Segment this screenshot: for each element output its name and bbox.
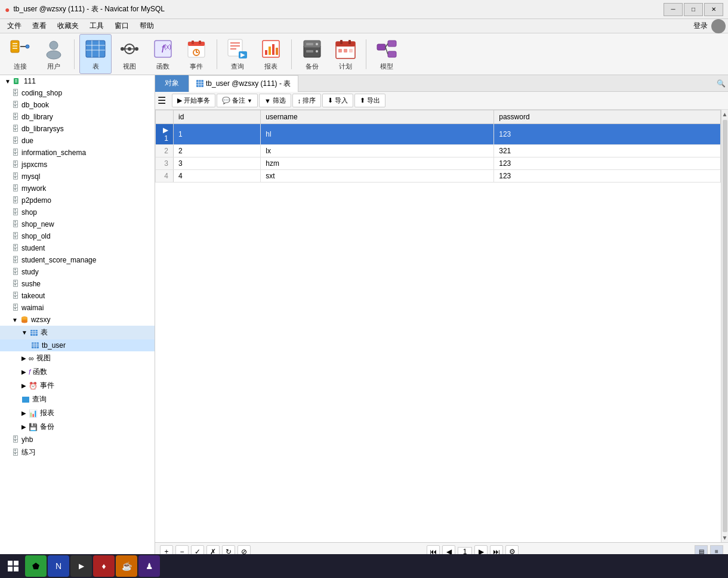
data-table-container[interactable]: id username password ▶ 1 1 xyxy=(155,110,721,542)
cell-password[interactable]: 123 xyxy=(494,124,721,145)
taskbar-app6[interactable]: ♟ xyxy=(138,555,160,577)
hamburger-menu-icon[interactable]: ☰ xyxy=(158,95,166,106)
comment-button[interactable]: 💬 备注 ▼ xyxy=(217,94,258,107)
sort-button[interactable]: ↕ 排序 xyxy=(292,94,322,107)
sidebar-item-waimai[interactable]: 🗄 waimai xyxy=(0,302,155,314)
table-row[interactable]: 2 2 lx 321 xyxy=(156,145,721,157)
export-button[interactable]: ⬆ 导出 xyxy=(354,94,385,107)
toolbar-query[interactable]: ▶ 查询 xyxy=(222,35,253,73)
col-header-password[interactable]: password xyxy=(494,110,721,124)
toolbar-view[interactable]: 视图 xyxy=(114,35,145,73)
vertical-scrollbar[interactable]: ▲ ▼ xyxy=(721,110,728,542)
sidebar-item-coding_shop[interactable]: 🗄 coding_shop xyxy=(0,87,155,99)
sidebar-item-shop[interactable]: 🗄 shop xyxy=(0,206,155,218)
sidebar-item-p2pdemo[interactable]: 🗄 p2pdemo xyxy=(0,194,155,206)
tab-table[interactable]: tb_user @wzsxy (111) - 表 xyxy=(189,75,298,92)
sidebar-item-takeout[interactable]: 🗄 takeout xyxy=(0,290,155,302)
sidebar-item-query-folder[interactable]: 查询 xyxy=(0,392,155,406)
cell-password[interactable]: 123 xyxy=(494,170,721,183)
taskbar-app2[interactable]: N xyxy=(48,555,69,577)
col-header-id[interactable]: id xyxy=(174,110,261,124)
cell-username[interactable]: sxt xyxy=(261,170,494,183)
sidebar-item-table-folder[interactable]: ▼ 表 xyxy=(0,326,155,339)
toolbar-event[interactable]: 事件 xyxy=(181,35,212,73)
sidebar-item-student_score_manage[interactable]: 🗄 student_score_manage xyxy=(0,254,155,266)
minimize-button[interactable]: ─ xyxy=(664,3,683,16)
sidebar-item-view-folder[interactable]: ▶ ∞ 视图 xyxy=(0,351,155,365)
sidebar-item-study[interactable]: 🗄 study xyxy=(0,266,155,278)
sidebar-item-db_book[interactable]: 🗄 db_book xyxy=(0,99,155,111)
sidebar-root-111[interactable]: ▼ 111 xyxy=(0,75,155,87)
cell-password[interactable]: 321 xyxy=(494,145,721,157)
taskbar-app1[interactable]: ⬟ xyxy=(25,555,47,577)
toolbar-func[interactable]: f (x) 函数 xyxy=(147,35,178,73)
sidebar-item-jspxcms[interactable]: 🗄 jspxcms xyxy=(0,159,155,171)
close-button[interactable]: ✕ xyxy=(704,3,723,16)
sidebar-item-sushe[interactable]: 🗄 sushe xyxy=(0,278,155,290)
sidebar-item-due[interactable]: 🗄 due xyxy=(0,135,155,147)
toolbar-schedule[interactable]: 计划 xyxy=(330,35,361,73)
taskbar-app4[interactable]: ♦ xyxy=(93,555,115,577)
window-controls[interactable]: ─ □ ✕ xyxy=(664,3,723,16)
sidebar-label: shop_new xyxy=(21,220,54,228)
toolbar-backup[interactable]: 备份 xyxy=(297,35,328,73)
maximize-button[interactable]: □ xyxy=(684,3,703,16)
sidebar-item-db_librarysys[interactable]: 🗄 db_librarysys xyxy=(0,123,155,135)
cell-id[interactable]: 3 xyxy=(174,157,261,170)
toolbar-model[interactable]: 模型 xyxy=(371,35,402,73)
login-label[interactable]: 登录 xyxy=(693,21,708,31)
sidebar-item-db_library[interactable]: 🗄 db_library xyxy=(0,111,155,123)
sidebar-item-student[interactable]: 🗄 student xyxy=(0,242,155,254)
search-icon[interactable]: 🔍 xyxy=(717,79,726,88)
menu-favorites[interactable]: 收藏夹 xyxy=(53,20,84,32)
sidebar-item-report-folder[interactable]: ▶ 📊 报表 xyxy=(0,406,155,420)
table-row[interactable]: ▶ 1 1 hl 123 xyxy=(156,124,721,145)
tab-objects[interactable]: 对象 xyxy=(155,75,189,92)
cell-password[interactable]: 123 xyxy=(494,157,721,170)
toolbar-report[interactable]: 报表 xyxy=(255,35,286,73)
table-row[interactable]: 4 4 sxt 123 xyxy=(156,170,721,183)
menu-help[interactable]: 帮助 xyxy=(135,20,159,32)
sidebar-item-func-folder[interactable]: ▶ f 函数 xyxy=(0,365,155,379)
menu-file[interactable]: 文件 xyxy=(2,20,26,32)
sidebar-item-mywork[interactable]: 🗄 mywork xyxy=(0,183,155,194)
sidebar-item-shop_new[interactable]: 🗄 shop_new xyxy=(0,218,155,230)
col-header-username[interactable]: username xyxy=(261,110,494,124)
import-button[interactable]: ⬇ 导入 xyxy=(322,94,353,107)
menu-window[interactable]: 窗口 xyxy=(110,20,134,32)
cell-id[interactable]: 4 xyxy=(174,170,261,183)
cell-username[interactable]: hl xyxy=(261,124,494,145)
cell-username[interactable]: hzm xyxy=(261,157,494,170)
cell-id[interactable]: 2 xyxy=(174,145,261,157)
svg-rect-60 xyxy=(15,81,17,81)
taskbar-app5[interactable]: ☕ xyxy=(116,555,137,577)
toolbar-user[interactable]: 用户 xyxy=(38,35,69,73)
sidebar-item-yhb[interactable]: 🗄 yhb xyxy=(0,434,155,446)
sidebar-item-backup-folder[interactable]: ▶ 💾 备份 xyxy=(0,420,155,434)
scroll-down-icon[interactable]: ▼ xyxy=(721,533,728,542)
start-button[interactable] xyxy=(2,555,24,577)
table-row[interactable]: 3 3 hzm 123 xyxy=(156,157,721,170)
scroll-up-icon[interactable]: ▲ xyxy=(721,110,728,119)
scroll-thumb[interactable] xyxy=(723,120,727,532)
cell-id[interactable]: 1 xyxy=(174,124,261,145)
sidebar-item-lianxi[interactable]: 🗄 练习 xyxy=(0,446,155,459)
sidebar-item-wzsxy[interactable]: ▼ wzsxy xyxy=(0,314,155,326)
taskbar-app3[interactable]: ▶ xyxy=(70,555,92,577)
cell-username[interactable]: lx xyxy=(261,145,494,157)
menu-view[interactable]: 查看 xyxy=(27,20,51,32)
expand-icon: ▼ xyxy=(21,329,27,336)
toolbar-connect[interactable]: 连接 xyxy=(5,35,36,73)
sidebar-item-tb_user[interactable]: tb_user xyxy=(0,339,155,351)
toolbar-table-label: 表 xyxy=(92,62,99,71)
menu-tools[interactable]: 工具 xyxy=(85,20,109,32)
sidebar-item-event-folder[interactable]: ▶ ⏰ 事件 xyxy=(0,379,155,392)
toolbar-table[interactable]: 表 xyxy=(79,34,112,74)
sidebar-item-mysql[interactable]: 🗄 mysql xyxy=(0,171,155,183)
sidebar-item-shop_old[interactable]: 🗄 shop_old xyxy=(0,230,155,242)
begin-transaction-button[interactable]: ▶ 开始事务 xyxy=(172,94,215,107)
db-cylinder-icon: 🗄 xyxy=(12,113,19,121)
db-cylinder-icon: 🗄 xyxy=(12,256,19,264)
sidebar-item-information_schema[interactable]: 🗄 information_schema xyxy=(0,147,155,159)
filter-button[interactable]: ▼ 筛选 xyxy=(259,94,291,107)
